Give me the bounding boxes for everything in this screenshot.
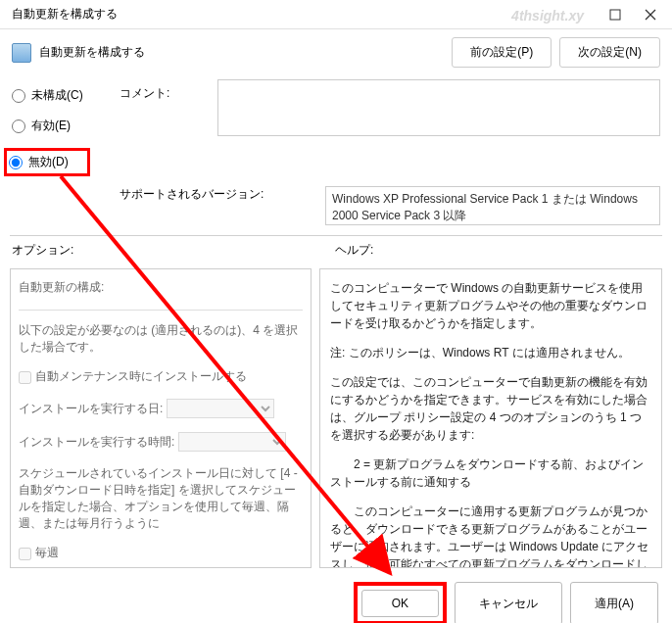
watermark: 4thsight.xy (511, 8, 584, 24)
ok-highlight: OK (354, 582, 447, 623)
options-note: 以下の設定が必要なのは (適用されるのは)、4 を選択した場合です。 (19, 322, 303, 356)
maximize-button[interactable] (598, 1, 633, 28)
state-radio-group: 未構成(C) 有効(E) 無効(D) (12, 79, 120, 176)
cancel-button[interactable]: キャンセル (455, 582, 562, 623)
install-time-row: インストールを実行する時間: (19, 432, 303, 452)
help-p4: 2 = 更新プログラムをダウンロードする前、およびインストールする前に通知する (330, 455, 651, 491)
help-p1: このコンピューターで Windows の自動更新サービスを使用してセキュリティ更… (330, 279, 651, 332)
comment-textarea[interactable] (217, 79, 660, 136)
help-label: ヘルプ: (335, 242, 373, 259)
supported-label: サポートされるバージョン: (120, 186, 325, 203)
auto-update-config-label: 自動更新の構成: (19, 279, 303, 296)
weekly-checkbox-row[interactable]: 毎週 (19, 545, 303, 561)
maintenance-checkbox-row[interactable]: 自動メンテナンス時にインストールする (19, 368, 303, 385)
install-time-select[interactable] (178, 432, 286, 452)
next-setting-button[interactable]: 次の設定(N) (559, 37, 660, 68)
header-row: 自動更新を構成する 前の設定(P) 次の設定(N) (0, 29, 672, 75)
help-p2: 注: このポリシーは、Windows RT には適用されません。 (330, 344, 651, 361)
policy-title: 自動更新を構成する (39, 44, 444, 61)
disabled-highlight: 無効(D) (4, 148, 90, 176)
help-p5: このコンピューターに適用する更新プログラムが見つかると、ダウンロードできる更新プ… (330, 503, 651, 568)
supported-text: Windows XP Professional Service Pack 1 ま… (325, 186, 660, 225)
footer: OK キャンセル 適用(A) (0, 572, 672, 623)
window-title: 自動更新を構成する (12, 6, 118, 23)
options-label: オプション: (12, 242, 335, 259)
radio-disabled[interactable]: 無効(D) (9, 154, 81, 170)
policy-icon (12, 43, 31, 63)
close-button[interactable] (633, 1, 668, 28)
ok-button[interactable]: OK (361, 590, 439, 617)
comment-label: コメント: (120, 79, 217, 102)
apply-button[interactable]: 適用(A) (570, 582, 658, 623)
help-p3: この設定では、このコンピューターで自動更新の機能を有効にするかどうかを指定できま… (330, 373, 651, 444)
options-panel: 自動更新の構成: 以下の設定が必要なのは (適用されるのは)、4 を選択した場合… (10, 268, 312, 568)
schedule-note: スケジュールされているインストール日に対して [4 - 自動ダウンロード日時を指… (19, 465, 303, 531)
install-day-row: インストールを実行する日: (19, 399, 303, 418)
prev-setting-button[interactable]: 前の設定(P) (452, 37, 552, 68)
svg-rect-0 (610, 10, 620, 20)
help-panel: このコンピューターで Windows の自動更新サービスを使用してセキュリティ更… (319, 268, 662, 568)
radio-not-configured[interactable]: 未構成(C) (12, 87, 120, 104)
install-day-select[interactable] (167, 399, 274, 418)
radio-enabled[interactable]: 有効(E) (12, 118, 120, 134)
